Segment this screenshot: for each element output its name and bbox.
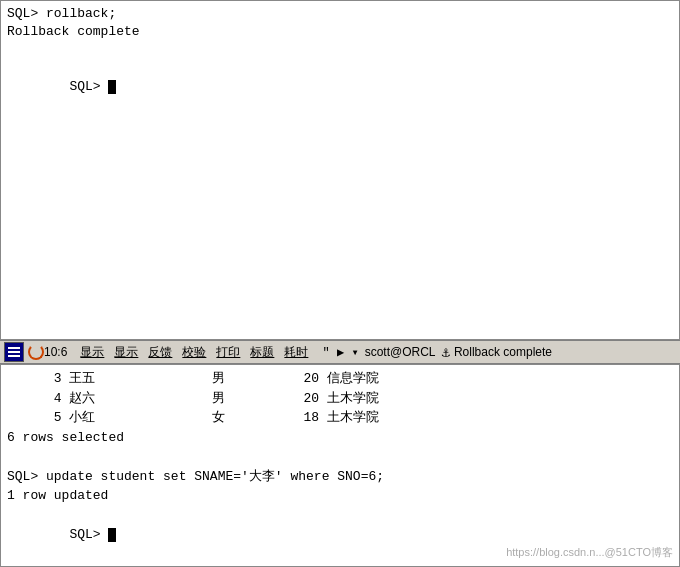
status-nav: " ▶ ▾	[313, 345, 360, 360]
status-user: scott@ORCL	[365, 345, 436, 359]
bottom-line-1: 3 王五 男 20 信息学院	[7, 369, 673, 389]
line-3	[8, 355, 20, 357]
cursor-position: 10:6	[44, 345, 67, 359]
status-buttons-group: 显示 显示 反馈 校验 打印 标题 耗时	[75, 344, 313, 361]
watermark: https://blog.csdn.n...@51CTO博客	[506, 545, 673, 560]
bottom-terminal-content: 3 王五 男 20 信息学院 4 赵六 男 20 土木学院 5 小红 女 18 …	[1, 365, 679, 567]
status-btn-show2[interactable]: 显示	[109, 344, 143, 361]
sql-line-3	[7, 41, 673, 59]
menu-icon[interactable]	[4, 342, 24, 362]
status-anchor-group: ⚓ Rollback complete	[442, 344, 552, 361]
bottom-sql-prompt: SQL>	[69, 527, 108, 542]
status-btn-print[interactable]: 打印	[211, 344, 245, 361]
spinner-icon	[28, 344, 44, 360]
line-1	[8, 347, 20, 349]
bottom-line-6: SQL> update student set SNAME='大李' where…	[7, 467, 673, 487]
bottom-cursor	[108, 528, 116, 542]
bottom-line-2: 4 赵六 男 20 土木学院	[7, 389, 673, 409]
top-sqlplus-panel: SQL> rollback; Rollback complete SQL>	[0, 0, 680, 340]
cursor	[108, 80, 116, 94]
bottom-line-3: 5 小红 女 18 土木学院	[7, 408, 673, 428]
top-terminal-content: SQL> rollback; Rollback complete SQL>	[1, 1, 679, 118]
anchor-icon: ⚓	[442, 344, 450, 361]
status-btn-title[interactable]: 标题	[245, 344, 279, 361]
app-container: SQL> rollback; Rollback complete SQL> 10…	[0, 0, 680, 567]
status-btn-timing[interactable]: 耗时	[279, 344, 313, 361]
status-btn-verify[interactable]: 校验	[177, 344, 211, 361]
status-message: Rollback complete	[454, 345, 552, 359]
sql-prompt: SQL>	[69, 79, 108, 94]
status-bar: 10:6 显示 显示 反馈 校验 打印 标题 耗时 " ▶ ▾ scott@OR…	[0, 340, 680, 364]
sql-line-2: Rollback complete	[7, 23, 673, 41]
line-2	[8, 351, 20, 353]
bottom-line-7: 1 row updated	[7, 486, 673, 506]
status-btn-show1[interactable]: 显示	[75, 344, 109, 361]
status-btn-feedback[interactable]: 反馈	[143, 344, 177, 361]
sql-line-1: SQL> rollback;	[7, 5, 673, 23]
bottom-line-4: 6 rows selected	[7, 428, 673, 448]
hamburger-lines	[8, 347, 20, 357]
sql-prompt-line: SQL>	[7, 60, 673, 115]
bottom-sqlplus-panel: 3 王五 男 20 信息学院 4 赵六 男 20 土木学院 5 小红 女 18 …	[0, 364, 680, 567]
bottom-line-5	[7, 447, 673, 467]
